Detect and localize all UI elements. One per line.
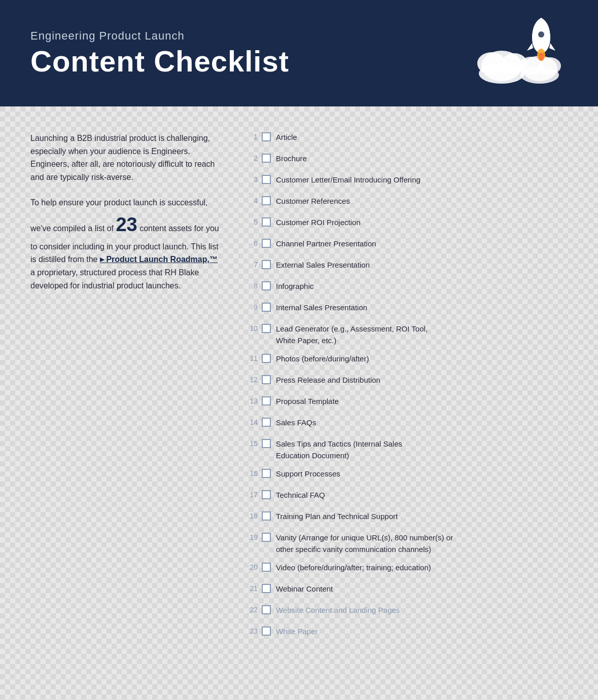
checklist-item: 13Proposal Template	[243, 396, 568, 410]
item-number: 1	[243, 132, 258, 141]
item-number: 8	[243, 281, 258, 290]
item-label: Infographic	[276, 281, 568, 292]
item-number: 7	[243, 260, 258, 269]
svg-point-7	[520, 66, 559, 84]
checklist-item: 4Customer References	[243, 196, 568, 210]
checkbox[interactable]	[262, 533, 271, 542]
item-number: 17	[243, 490, 258, 499]
checklist-item: 20Video (before/during/after; training; …	[243, 562, 568, 576]
item-number: 16	[243, 468, 258, 477]
item-number: 12	[243, 375, 258, 384]
checkbox[interactable]	[262, 354, 271, 363]
checklist-item: 17Technical FAQ	[243, 490, 568, 504]
checkbox[interactable]	[262, 303, 271, 312]
checklist-item: 10Lead Generator (e.g., Assessment, ROI …	[243, 323, 568, 346]
item-label: External Sales Presentation	[276, 260, 568, 271]
checkbox[interactable]	[262, 584, 271, 593]
item-label: Press Release and Distribution	[276, 375, 568, 386]
svg-point-3	[479, 63, 524, 84]
item-number: 2	[243, 153, 258, 162]
checkbox[interactable]	[262, 396, 271, 406]
intro-paragraph-1: Launching a B2B industrial product is ch…	[30, 132, 223, 183]
item-number: 19	[243, 532, 258, 541]
checklist: 1Article2Brochure3Customer Letter/Email …	[243, 132, 568, 640]
checkbox[interactable]	[262, 239, 271, 248]
checklist-item: 9Internal Sales Presentation	[243, 302, 568, 316]
item-label: Article	[276, 132, 568, 143]
item-label: Vanity (Arrange for unique URL(s), 800 n…	[276, 532, 568, 555]
checkbox[interactable]	[262, 154, 271, 163]
item-number: 9	[243, 302, 258, 311]
item-label: White Paper	[276, 626, 568, 638]
main-content: Launching a B2B industrial product is ch…	[0, 106, 598, 673]
checkbox[interactable]	[262, 217, 271, 227]
checklist-item: 3Customer Letter/Email Introducing Offer…	[243, 174, 568, 189]
item-number: 18	[243, 511, 258, 520]
checklist-item: 18Training Plan and Technical Support	[243, 511, 568, 525]
checklist-item: 15Sales Tips and Tactics (Internal Sales…	[243, 438, 568, 461]
checkbox[interactable]	[262, 511, 271, 521]
checkbox[interactable]	[262, 469, 271, 478]
checkbox[interactable]	[262, 375, 271, 384]
item-number: 22	[243, 605, 258, 614]
checklist-item: 16Support Processes	[243, 468, 568, 483]
item-label: Customer ROI Projection	[276, 217, 568, 229]
checklist-item: 11Photos (before/during/after)	[243, 353, 568, 367]
checklist-item: 14Sales FAQs	[243, 417, 568, 431]
checklist-item: 21Webinar Content	[243, 583, 568, 598]
checkbox[interactable]	[262, 175, 271, 184]
item-label: Customer Letter/Email Introducing Offeri…	[276, 174, 568, 186]
item-number: 5	[243, 217, 258, 226]
item-label: Training Plan and Technical Support	[276, 511, 568, 523]
checkbox[interactable]	[262, 281, 271, 290]
checklist-item: 1Article	[243, 132, 568, 146]
item-label: Photos (before/during/after)	[276, 353, 568, 365]
item-number: 10	[243, 323, 258, 333]
item-label: Lead Generator (e.g., Assessment, ROI To…	[276, 323, 568, 346]
svg-point-11	[539, 53, 544, 61]
header-title: Content Checklist	[30, 45, 289, 78]
checkbox[interactable]	[262, 627, 271, 636]
header: Engineering Product Launch Content Check…	[0, 0, 598, 106]
item-number: 6	[243, 238, 258, 247]
item-label: Webinar Content	[276, 583, 568, 595]
item-label: Internal Sales Presentation	[276, 302, 568, 314]
checkbox[interactable]	[262, 418, 271, 427]
item-label: Sales FAQs	[276, 417, 568, 429]
item-number: 21	[243, 583, 258, 593]
checklist-item: 7External Sales Presentation	[243, 260, 568, 274]
checklist-item: 2Brochure	[243, 153, 568, 167]
checklist-item: 6Channel Partner Presentation	[243, 238, 568, 252]
checklist-item: 23White Paper	[243, 626, 568, 640]
item-label: Website Content and Landing Pages	[276, 605, 568, 616]
item-number: 11	[243, 353, 258, 362]
content-count: 23	[116, 214, 137, 235]
item-number: 15	[243, 438, 258, 448]
item-number: 13	[243, 396, 258, 405]
checkbox[interactable]	[262, 439, 271, 448]
checkbox[interactable]	[262, 563, 271, 572]
item-number: 23	[243, 626, 258, 635]
checklist-item: 12Press Release and Distribution	[243, 375, 568, 389]
item-label: Brochure	[276, 153, 568, 165]
item-label: Proposal Template	[276, 396, 568, 408]
item-label: Sales Tips and Tactics (Internal SalesEd…	[276, 438, 568, 461]
checkbox[interactable]	[262, 490, 271, 499]
left-column: Launching a B2B industrial product is ch…	[30, 132, 223, 647]
item-label: Support Processes	[276, 468, 568, 480]
item-number: 14	[243, 417, 258, 426]
roadmap-link[interactable]: ▸ Product Launch Roadmap,™	[100, 255, 218, 264]
intro-paragraph-2: To help ensure your product launch is su…	[30, 196, 223, 292]
header-text: Engineering Product Launch Content Check…	[30, 29, 289, 78]
checkbox[interactable]	[262, 196, 271, 205]
intro-end: a proprietary, structured process that R…	[30, 268, 199, 290]
item-label: Video (before/during/after; training; ed…	[276, 562, 568, 574]
checkbox[interactable]	[262, 605, 271, 614]
item-number: 20	[243, 562, 258, 571]
checklist-item: 8Infographic	[243, 281, 568, 295]
checkbox[interactable]	[262, 260, 271, 269]
checkbox[interactable]	[262, 132, 271, 141]
checklist-item: 22Website Content and Landing Pages	[243, 605, 568, 619]
svg-point-9	[538, 31, 544, 38]
checkbox[interactable]	[262, 324, 271, 333]
